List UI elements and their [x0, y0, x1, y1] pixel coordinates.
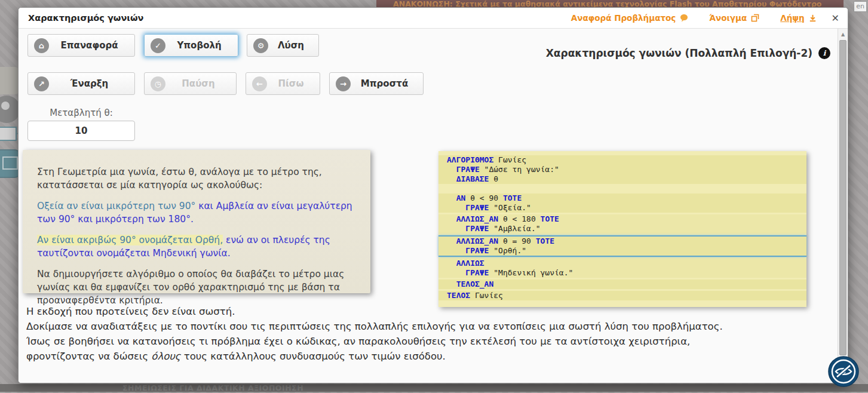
page-background: ΑΝΑΚΟΙΝΩΣΗ: Σχετικά με τα μαθησιακά αντι…	[0, 0, 868, 393]
report-problem-link[interactable]: Αναφορά Προβλήματος	[571, 13, 689, 23]
arrow-left-icon: ←	[252, 76, 267, 91]
code-panel: ΑΛΓΟΡΙΘΜΟΣ Γωνίες ΓΡΑΨΕ "Δώσε τη γωνία:"…	[438, 151, 806, 307]
hide-dialog-button[interactable]	[828, 356, 859, 387]
problem-paragraph: Οξεία αν είναι μικρότερη των 90° και Αμβ…	[37, 199, 357, 226]
step-forward-button[interactable]: → Μπροστά	[329, 72, 424, 95]
run-arrow-icon: ↗	[34, 76, 49, 91]
feedback-line: φροντίζοντας να δώσεις όλους τους κατάλλ…	[26, 349, 826, 364]
code-block-case-4[interactable]: ΑΛΛΙΩΣ ΓΡΑΨΕ "Μηδενική γωνία."	[438, 259, 806, 278]
code-line: ΓΡΑΨΕ "Αμβλεία."	[438, 224, 806, 234]
submit-button[interactable]: ✓ Υποβολή	[144, 34, 238, 57]
reset-button[interactable]: ⌂ Επαναφορά	[27, 34, 135, 57]
arrow-right-icon: →	[336, 76, 351, 91]
code-line: ΑΛΛΙΩΣ_ΑΝ θ < 180 ΤΟΤΕ	[438, 214, 806, 224]
toolbar-row-2: ↗ Έναρξη ◷ Παύση ← Πίσω → Μπροστά	[19, 72, 838, 96]
check-icon: ✓	[151, 38, 165, 53]
variable-theta-label: Μεταβλητή θ:	[27, 108, 135, 118]
toolbar-row-1: ⌂ Επαναφορά ✓ Υποβολή ⚙ Λύση Χαρακτηρισμ…	[19, 34, 838, 58]
code-line: ΤΕΛΟΣ Γωνίες	[438, 291, 806, 300]
problem-paragraph: Αν είναι ακριβώς 90° ονομάζεται Ορθή, εν…	[37, 234, 357, 260]
feedback-line: Ίσως σε βοηθήσει να κατανοήσεις τι πρόβλ…	[26, 334, 826, 349]
dialog-scrollbar: ▲	[838, 29, 848, 383]
code-line: ΑΛΓΟΡΙΘΜΟΣ Γωνίες	[438, 155, 806, 165]
code-line: ΓΡΑΨΕ "Ορθή."	[438, 246, 806, 256]
problem-statement-panel: Στη Γεωμετρία μια γωνία, έστω θ, ανάλογα…	[23, 150, 370, 293]
dialog-header-links: Αναφορά Προβλήματος Άνοιγμα Λήψη	[551, 13, 839, 24]
code-line: ΓΡΑΨΕ "Μηδενική γωνία."	[438, 268, 806, 278]
code-block-case-2[interactable]: ΑΛΛΙΩΣ_ΑΝ θ < 180 ΤΟΤΕ ΓΡΑΨΕ "Αμβλεία."	[438, 214, 806, 234]
download-icon	[808, 14, 817, 23]
open-window-icon	[750, 13, 760, 23]
code-block-footer: ΤΕΛΟΣ Γωνίες	[438, 291, 806, 300]
home-icon: ⌂	[34, 38, 49, 53]
code-line: ΑΝ θ < 90 ΤΟΤΕ	[438, 194, 806, 203]
code-block-header: ΑΛΓΟΡΙΘΜΟΣ Γωνίες ΓΡΑΨΕ "Δώσε τη γωνία:"…	[438, 155, 806, 184]
open-link[interactable]: Άνοιγμα	[709, 13, 760, 23]
code-line: ΑΛΛΙΩΣ	[438, 259, 806, 268]
step-back-button[interactable]: ← Πίσω	[246, 72, 320, 95]
exercise-title-wrap: Χαρακτηρισμός γωνιών (Πολλαπλή Επιλογή-2…	[546, 47, 830, 59]
language-badge[interactable]: en	[854, 1, 867, 12]
scroll-up-icon[interactable]: ▲	[838, 30, 848, 39]
dialog-titlebar: Χαρακτηρισμός γωνιών Αναφορά Προβλήματος…	[19, 8, 848, 29]
clock-pause-icon: ◷	[151, 76, 165, 91]
start-button[interactable]: ↗ Έναρξη	[27, 72, 135, 95]
gear-icon: ⚙	[253, 38, 268, 53]
speech-bubble-icon	[679, 13, 689, 23]
info-icon[interactable]: i	[818, 47, 830, 59]
problem-paragraph: Να δημιουργήσετε αλγόριθμο ο οποίος θα δ…	[37, 268, 357, 307]
solution-button[interactable]: ⚙ Λύση	[247, 34, 319, 57]
code-line: ΓΡΑΨΕ "Δώσε τη γωνία:"	[438, 165, 806, 174]
code-line: ΓΡΑΨΕ "Οξεία."	[438, 203, 806, 213]
code-block-case-1[interactable]: ΑΝ θ < 90 ΤΟΤΕ ΓΡΑΨΕ "Οξεία."	[438, 194, 806, 213]
code-line: ΑΛΛΙΩΣ_ΑΝ θ = 90 ΤΟΤΕ	[438, 237, 806, 246]
exercise-dialog: Χαρακτηρισμός γωνιών Αναφορά Προβλήματος…	[18, 7, 848, 383]
download-link[interactable]: Λήψη	[780, 13, 817, 23]
variable-theta-input[interactable]	[27, 121, 135, 141]
feedback-line: Η εκδοχή που προτείνεις δεν είναι σωστή.	[26, 304, 826, 319]
code-block-case-3[interactable]: ΑΛΛΙΩΣ_ΑΝ θ = 90 ΤΟΤΕ ΓΡΑΨΕ "Ορθή."	[438, 235, 806, 257]
feedback-message: Η εκδοχή που προτείνεις δεν είναι σωστή.…	[26, 304, 826, 364]
problem-paragraph: Στη Γεωμετρία μια γωνία, έστω θ, ανάλογα…	[37, 165, 357, 192]
code-block-end: ΤΕΛΟΣ_ΑΝ	[438, 280, 806, 289]
code-line: ΤΕΛΟΣ_ΑΝ	[438, 280, 806, 289]
feedback-line: Δοκίμασε να αναδιατάξεις με το ποντίκι σ…	[26, 319, 826, 334]
exercise-title: Χαρακτηρισμός γωνιών (Πολλαπλή Επιλογή-2…	[546, 47, 812, 59]
dialog-title: Χαρακτηρισμός γωνιών	[28, 13, 143, 23]
dialog-content: ⌂ Επαναφορά ✓ Υποβολή ⚙ Λύση Χαρακτηρισμ…	[19, 29, 838, 383]
close-icon[interactable]: ✕	[832, 13, 839, 24]
code-line: ΔΙΑΒΑΣΕ θ	[438, 174, 806, 184]
pause-button[interactable]: ◷ Παύση	[144, 72, 237, 95]
scrollbar-thumb[interactable]	[839, 40, 846, 355]
